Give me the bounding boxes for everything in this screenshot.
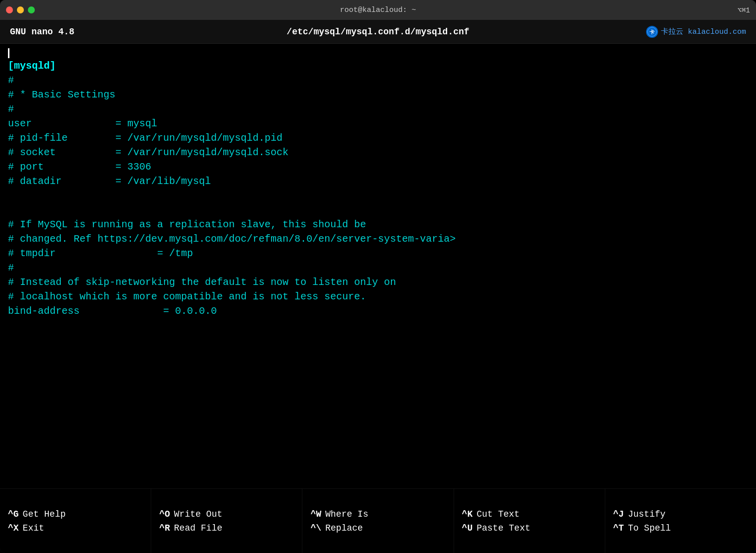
shortcut-label-write-out: Write Out — [174, 509, 222, 519]
shortcut-key-k: ^K — [462, 509, 473, 519]
shortcut-key-t: ^T — [613, 523, 624, 533]
code-line-13: # tmpdir = /tmp — [8, 246, 748, 261]
code-line-1: # — [8, 73, 748, 88]
code-line-0: [mysqld] — [8, 59, 748, 73]
brand-text: 卡拉云 kalacloud.com — [661, 27, 746, 36]
code-line-7: # port = 3306 — [8, 160, 748, 174]
code-line-11: # If MySQL is running as a replication s… — [8, 217, 748, 232]
code-line-3: # — [8, 102, 748, 116]
code-line-17: bind-address = 0.0.0.0 — [8, 304, 748, 318]
shortcut-label-get-help: Get Help — [23, 509, 66, 519]
traffic-lights — [6, 6, 35, 13]
header-bar: GNU nano 4.8 /etc/mysql/mysql.conf.d/mys… — [0, 20, 756, 44]
shortcut-key-x: ^X — [8, 523, 19, 533]
shortcut-key-g: ^G — [8, 509, 19, 519]
shortcut-label-read-file: Read File — [174, 523, 222, 533]
code-line-5: # pid-file = /var/run/mysqld/mysqld.pid — [8, 131, 748, 145]
code-line-8: # datadir = /var/lib/mysql — [8, 174, 748, 188]
shortcut-key-u: ^U — [462, 523, 473, 533]
shortcut-get-help: ^G Get Help — [8, 509, 143, 519]
maximize-button[interactable] — [28, 6, 35, 13]
shortcut-write-out: ^O Write Out — [159, 509, 294, 519]
window-title: root@kalacloud: ~ — [340, 6, 416, 14]
shortcut-label-justify: Justify — [628, 509, 665, 519]
shortcut-key-o: ^O — [159, 509, 170, 519]
shortcut-key-backslash: ^\ — [310, 523, 321, 533]
code-line-6: # socket = /var/run/mysqld/mysqld.sock — [8, 145, 748, 160]
shortcut-replace: ^\ Replace — [310, 523, 445, 533]
shortcut-exit: ^X Exit — [8, 523, 143, 533]
editor-content: [mysqld]## * Basic Settings#user = mysql… — [8, 59, 748, 318]
text-cursor — [8, 48, 9, 58]
shortcut-col-2: ^O Write Out ^R Read File — [151, 489, 302, 553]
close-button[interactable] — [6, 6, 13, 13]
code-line-12: # changed. Ref https://dev.mysql.com/doc… — [8, 232, 748, 246]
brand-icon: 卡 — [646, 26, 658, 38]
shortcut-label-exit: Exit — [23, 523, 44, 533]
shortcut-read-file: ^R Read File — [159, 523, 294, 533]
shortcut-bar: ^G Get Help ^X Exit ^O Write Out ^R Read… — [0, 488, 756, 553]
code-line-14: # — [8, 261, 748, 275]
shortcut-key-j: ^J — [613, 509, 624, 519]
code-line-15: # Instead of skip-networking the default… — [8, 275, 748, 289]
shortcut-paste-text: ^U Paste Text — [462, 523, 597, 533]
file-path: /etc/mysql/mysql.conf.d/mysqld.cnf — [286, 27, 469, 37]
editor-area[interactable]: [mysqld]## * Basic Settings#user = mysql… — [0, 44, 756, 488]
shortcut-label-replace: Replace — [325, 523, 363, 533]
shortcut-where-is: ^W Where Is — [310, 509, 445, 519]
title-bar: root@kalacloud: ~ ⌥⌘1 — [0, 0, 756, 20]
code-line-2: # * Basic Settings — [8, 88, 748, 102]
shortcut-col-3: ^W Where Is ^\ Replace — [302, 489, 454, 553]
code-line-4: user = mysql — [8, 116, 748, 131]
shortcut-key-w: ^W — [310, 509, 321, 519]
cursor-line — [8, 48, 748, 59]
shortcut-cut-text: ^K Cut Text — [462, 509, 597, 519]
branding: 卡 卡拉云 kalacloud.com — [646, 26, 746, 38]
shortcut-label-paste-text: Paste Text — [476, 523, 530, 533]
terminal-window: root@kalacloud: ~ ⌥⌘1 GNU nano 4.8 /etc/… — [0, 0, 756, 553]
shortcut-key-r: ^R — [159, 523, 170, 533]
nano-version: GNU nano 4.8 — [10, 27, 75, 37]
shortcut-col-1: ^G Get Help ^X Exit — [0, 489, 151, 553]
shortcut-col-4: ^K Cut Text ^U Paste Text — [454, 489, 605, 553]
code-line-10 — [8, 203, 748, 217]
svg-text:卡: 卡 — [650, 29, 655, 35]
shortcut-label-where-is: Where Is — [325, 509, 368, 519]
shortcut-to-spell: ^T To Spell — [613, 523, 748, 533]
code-line-9 — [8, 188, 748, 203]
code-line-16: # localhost which is more compatible and… — [8, 289, 748, 304]
shortcut-label-to-spell: To Spell — [628, 523, 670, 533]
keyboard-shortcut: ⌥⌘1 — [738, 6, 750, 14]
shortcut-col-5: ^J Justify ^T To Spell — [605, 489, 756, 553]
shortcut-label-cut-text: Cut Text — [476, 509, 519, 519]
minimize-button[interactable] — [17, 6, 24, 13]
shortcut-justify: ^J Justify — [613, 509, 748, 519]
